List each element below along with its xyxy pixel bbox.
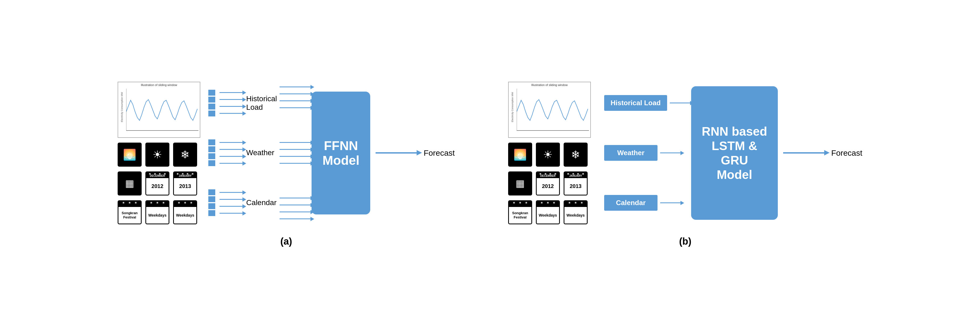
arrowhead-4a bbox=[310, 106, 314, 110]
bar-c3 bbox=[208, 203, 215, 209]
calendar-icons-a-row1: ▦ DECEMBER 20 bbox=[118, 171, 200, 195]
y-axis-label-b: Electricity Consumption MW bbox=[511, 92, 514, 122]
long-line-2a bbox=[280, 93, 312, 94]
rnn-weather-arrow bbox=[681, 151, 684, 155]
c-line-1 bbox=[220, 192, 243, 193]
chart-title-b: Illustration of sliding window bbox=[509, 82, 590, 86]
spiral-w2-b bbox=[565, 202, 587, 204]
rnn-calendar-line bbox=[660, 202, 681, 203]
arrow-w1 bbox=[220, 139, 243, 145]
spiral-w2-a bbox=[174, 202, 196, 204]
rnn-hist-arrow bbox=[690, 101, 694, 105]
rnn-hist-row: Historical Load bbox=[604, 95, 691, 111]
wave-svg-a bbox=[126, 89, 199, 132]
chart-wave-a bbox=[126, 89, 199, 132]
hist-blue-bars-a bbox=[208, 90, 215, 117]
sunrise-icon-a: 🌅 bbox=[123, 149, 136, 160]
snow-icon-a: ❄ bbox=[181, 149, 190, 160]
jan-year-a: 2013 bbox=[179, 183, 191, 189]
chart-wave-b bbox=[517, 89, 589, 132]
cal-dec-body-a: 2012 bbox=[146, 178, 169, 195]
calendar-icons-b-row2: SongkranFestival Weekdays bbox=[508, 200, 591, 224]
weather-arrows-a bbox=[220, 139, 243, 166]
cal-jan-body-a: 2013 bbox=[174, 178, 196, 195]
cal-dec-body-b: 2012 bbox=[537, 178, 559, 195]
forecast-a: Forecast bbox=[375, 149, 455, 158]
cal-jan-header-b: JANUARY bbox=[565, 172, 587, 178]
h-line-1 bbox=[220, 92, 243, 93]
rnn-hist-line bbox=[670, 102, 691, 103]
songkran-label-b: SongkranFestival bbox=[512, 211, 528, 219]
arrow-h4 bbox=[220, 110, 243, 117]
label-b: (b) bbox=[679, 236, 691, 247]
spiral-a bbox=[146, 173, 169, 175]
rnn-inputs-col: Historical Load Weather Calendar bbox=[604, 78, 691, 228]
weather-blue-bars-a bbox=[208, 139, 215, 166]
calendar-grid-icon-b: ▦ bbox=[508, 171, 532, 195]
weekdays1-body-a: Weekdays bbox=[146, 207, 169, 224]
weekdays2-body-b: Weekdays bbox=[565, 207, 587, 224]
dec-label-b: DECEMBER bbox=[540, 175, 555, 177]
long-arrow-9a bbox=[280, 195, 312, 201]
weekdays2-a: Weekdays bbox=[173, 200, 197, 224]
jan-label-b: JANUARY bbox=[569, 175, 582, 177]
weekdays1-label-a: Weekdays bbox=[148, 213, 167, 218]
bar-w3 bbox=[208, 153, 215, 159]
weather-icons-a: 🌅 ☀ ❄ bbox=[118, 142, 200, 167]
rnn-weather-line bbox=[660, 152, 681, 153]
h-line-2 bbox=[220, 99, 243, 100]
long-line-6a bbox=[280, 149, 312, 150]
ffnn-model-box: FFNN Model bbox=[312, 91, 370, 215]
c-line-4 bbox=[220, 213, 243, 214]
arrow-w2 bbox=[220, 146, 243, 152]
bar-c4 bbox=[208, 210, 215, 216]
h-line-3 bbox=[220, 106, 243, 107]
arrowhead-11a bbox=[310, 210, 314, 214]
arrowhead-6a bbox=[310, 147, 314, 152]
cal-jan-header-a: JANUARY bbox=[174, 172, 196, 178]
chart-b: Illustration of sliding window Electrici… bbox=[508, 82, 591, 138]
diagram-a: Illustration of sliding window Electrici… bbox=[118, 78, 455, 247]
rnn-model-label: RNN based LSTM & GRU Model bbox=[702, 124, 767, 182]
weather-row-a: Weather bbox=[208, 139, 277, 166]
long-line-9a bbox=[280, 198, 312, 199]
weekdays2-b: Weekdays bbox=[564, 200, 588, 224]
songkran-header-b bbox=[509, 201, 531, 207]
c-line-2 bbox=[220, 199, 243, 200]
weekdays1-label-b: Weekdays bbox=[539, 213, 557, 218]
calendar-dec-b: DECEMBER 2012 bbox=[536, 171, 560, 195]
arrow-h3 bbox=[220, 104, 243, 109]
arrowhead-3a bbox=[310, 99, 314, 103]
arrow-h1 bbox=[220, 90, 243, 96]
icons-col-a: Illustration of sliding window Electrici… bbox=[118, 82, 200, 224]
dec-year-b: 2012 bbox=[542, 183, 554, 189]
weather-icon-sun-b: ☀ bbox=[536, 142, 560, 167]
weather-icon-sun-a: ☀ bbox=[145, 142, 169, 167]
arrowhead-7a bbox=[310, 154, 314, 158]
long-line-12a bbox=[280, 218, 312, 219]
long-arrows-group-a bbox=[280, 84, 312, 222]
weekdays1-header-a bbox=[146, 201, 169, 207]
w-line-3 bbox=[220, 156, 243, 157]
arrowhead-12a bbox=[310, 217, 314, 221]
h-line-4 bbox=[220, 113, 243, 114]
long-arrow-6a bbox=[280, 147, 312, 152]
long-line-5a bbox=[280, 142, 312, 143]
spiral-w1-b bbox=[537, 202, 559, 204]
forecast-b: Forecast bbox=[783, 149, 862, 158]
arrowhead-10a bbox=[310, 203, 314, 207]
weekdays2-body-a: Weekdays bbox=[174, 207, 196, 224]
calendar-grid-icon-a: ▦ bbox=[118, 171, 142, 195]
rnn-hist-label: Historical Load bbox=[604, 95, 667, 111]
weather-label-a: Weather bbox=[246, 149, 274, 157]
label-a: (a) bbox=[280, 236, 292, 247]
forecast-arrowhead-b bbox=[824, 150, 830, 155]
long-arrow-12a bbox=[280, 216, 312, 222]
bar-a1 bbox=[208, 90, 215, 96]
arrowhead-2a bbox=[310, 92, 314, 96]
icons-col-b: Illustration of sliding window Electrici… bbox=[508, 82, 591, 224]
songkran-label-a: SongkranFestival bbox=[122, 211, 138, 219]
long-arrows-a bbox=[280, 78, 312, 228]
weekdays2-header-a bbox=[174, 201, 196, 207]
rnn-weather-row: Weather bbox=[604, 145, 691, 161]
